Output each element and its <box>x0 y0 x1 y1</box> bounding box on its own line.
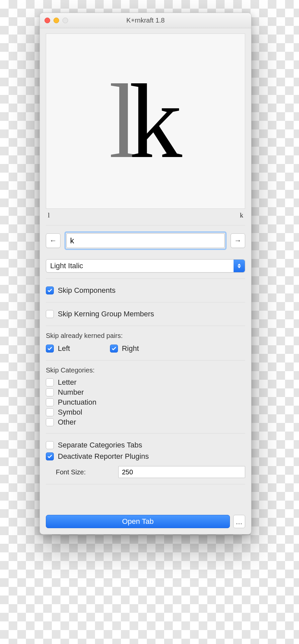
skip-kerned-section-label: Skip already kerned pairs: <box>46 332 245 340</box>
deactivate-reporters-row: Deactivate Reporter Plugins <box>46 451 245 462</box>
separate-tabs-checkbox[interactable] <box>46 441 54 449</box>
font-size-row: Font Size: <box>46 466 245 478</box>
category-label: Punctuation <box>58 398 96 407</box>
divider <box>46 279 245 279</box>
traffic-lights <box>45 18 68 23</box>
separate-tabs-row: Separate Categories Tabs <box>46 440 245 451</box>
preview-left-glyph: l <box>109 68 129 174</box>
divider <box>46 433 245 434</box>
deactivate-reporters-checkbox[interactable] <box>46 452 54 460</box>
category-label: Letter <box>58 378 76 387</box>
category-checkbox-number[interactable] <box>46 388 54 396</box>
chevron-down-icon <box>238 266 241 268</box>
select-stepper-icon <box>234 260 245 272</box>
ellipsis-icon: ... <box>236 518 243 526</box>
zoom-icon[interactable] <box>62 18 68 23</box>
skip-kerned-row: Left Right <box>46 343 245 354</box>
skip-categories-section-label: Skip Categories: <box>46 366 245 374</box>
category-checkbox-symbol[interactable] <box>46 408 54 416</box>
style-select-value: Light Italic <box>50 262 83 270</box>
category-label: Number <box>58 388 84 397</box>
pair-labels: l k <box>46 209 245 219</box>
prev-glyph-button[interactable]: ← <box>46 233 60 248</box>
preview-right-glyph: k <box>129 68 182 174</box>
style-select[interactable]: Light Italic <box>46 259 245 273</box>
open-tab-label: Open Tab <box>122 517 153 526</box>
open-tab-button[interactable]: Open Tab <box>46 515 230 528</box>
glyph-input[interactable] <box>66 233 225 248</box>
skip-kerned-right-label: Right <box>122 344 139 353</box>
kernkraft-window: K✳rnkraft 1.8 l k l k ← → Light Italic <box>40 13 251 534</box>
divider <box>46 484 245 484</box>
minimize-icon[interactable] <box>53 18 59 23</box>
gear-icon: ✳ <box>131 18 135 23</box>
divider <box>46 225 245 225</box>
pair-label-right: k <box>240 211 243 219</box>
category-checkbox-other[interactable] <box>46 418 54 426</box>
more-options-button[interactable]: ... <box>233 515 245 528</box>
category-row: Symbol <box>46 407 245 417</box>
window-title: K✳rnkraft 1.8 <box>40 17 251 24</box>
divider <box>46 302 245 302</box>
arrow-left-icon: ← <box>50 236 57 245</box>
skip-categories-list: Letter Number Punctuation Symbol Other <box>46 377 245 427</box>
category-label: Symbol <box>58 408 82 417</box>
font-size-label: Font Size: <box>56 468 112 476</box>
skip-kerned-left-checkbox[interactable] <box>46 345 54 353</box>
close-icon[interactable] <box>45 18 50 23</box>
glyph-preview: l k <box>46 34 245 209</box>
divider <box>46 360 245 361</box>
skip-components-label: Skip Components <box>58 286 116 295</box>
skip-group-members-checkbox[interactable] <box>46 310 54 318</box>
category-row: Number <box>46 387 245 397</box>
skip-kerned-right-checkbox[interactable] <box>110 345 118 353</box>
chevron-up-icon <box>238 264 241 266</box>
skip-components-checkbox[interactable] <box>46 286 54 294</box>
divider <box>46 326 245 326</box>
next-glyph-button[interactable]: → <box>231 233 245 248</box>
content: l k l k ← → Light Italic <box>40 28 251 534</box>
category-checkbox-punctuation[interactable] <box>46 398 54 406</box>
pair-label-left: l <box>48 211 50 219</box>
font-size-input[interactable] <box>118 466 245 478</box>
glyph-nav-row: ← → <box>46 231 245 250</box>
separate-tabs-label: Separate Categories Tabs <box>58 441 142 449</box>
category-label: Other <box>58 418 76 427</box>
titlebar[interactable]: K✳rnkraft 1.8 <box>40 13 251 28</box>
footer: Open Tab ... <box>46 508 245 528</box>
skip-kerned-left-label: Left <box>58 344 70 353</box>
skip-components-row: Skip Components <box>46 285 245 296</box>
category-row: Punctuation <box>46 397 245 407</box>
category-row: Letter <box>46 377 245 387</box>
arrow-right-icon: → <box>234 236 242 245</box>
glyph-input-focus-ring <box>64 231 227 250</box>
skip-group-members-row: Skip Kerning Group Members <box>46 308 245 320</box>
category-checkbox-letter[interactable] <box>46 378 54 386</box>
deactivate-reporters-label: Deactivate Reporter Plugins <box>58 452 149 461</box>
category-row: Other <box>46 417 245 427</box>
skip-group-members-label: Skip Kerning Group Members <box>58 310 154 318</box>
